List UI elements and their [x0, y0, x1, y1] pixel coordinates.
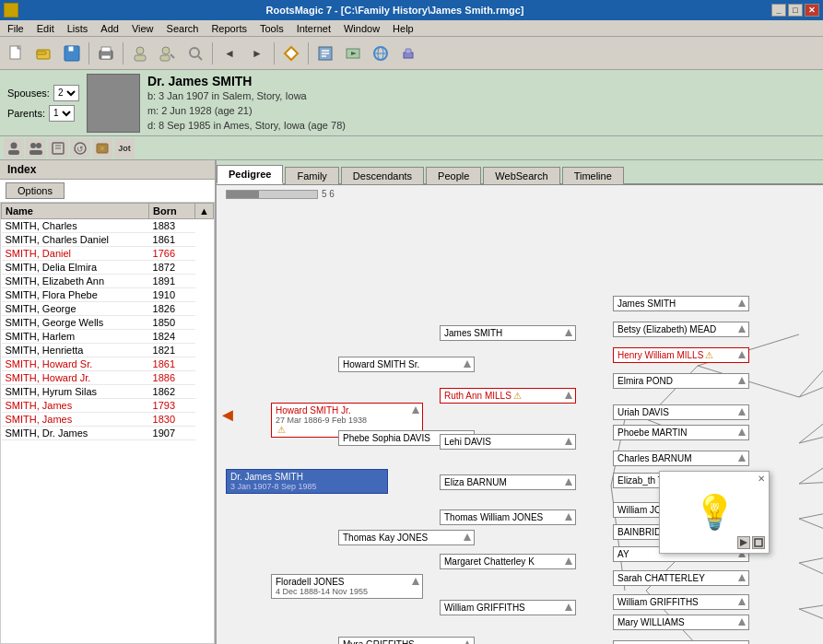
minimize-btn[interactable]: _ [771, 4, 786, 17]
index-table[interactable]: Name Born ▲ SMITH, Charles1883SMITH, Cha… [0, 202, 215, 644]
index-born-cell: 1872 [149, 261, 195, 275]
tab-people[interactable]: People [426, 167, 481, 184]
toolbar-reports[interactable] [312, 41, 338, 66]
menu-window[interactable]: Window [338, 22, 385, 35]
pedigree-person-box[interactable]: Howard SMITH Sr. [338, 357, 475, 372]
menu-tools[interactable]: Tools [254, 22, 289, 35]
toolbar-pedigree[interactable] [278, 41, 304, 66]
lightbulb-action-2[interactable] [752, 536, 765, 549]
svg-marker-71 [565, 392, 572, 399]
sub-btn-family[interactable] [26, 138, 46, 158]
svg-marker-74 [565, 513, 572, 521]
svg-marker-90 [738, 598, 746, 605]
menu-edit[interactable]: Edit [31, 22, 60, 35]
toolbar-search-person[interactable] [182, 41, 208, 66]
index-table-row[interactable]: SMITH, Harlem1824 [2, 330, 214, 344]
toolbar-add-person[interactable] [127, 41, 153, 66]
menu-view[interactable]: View [126, 22, 159, 35]
lightbulb-action-1[interactable] [737, 536, 750, 549]
options-button[interactable]: Options [6, 182, 65, 199]
title-controls[interactable]: _ □ ✕ [771, 4, 819, 17]
index-table-row[interactable]: SMITH, James1830 [2, 413, 214, 427]
pedigree-person-box[interactable]: Henry William MILLS⚠ [613, 347, 749, 363]
index-table-row[interactable]: SMITH, Flora Phebe1910 [2, 288, 214, 302]
menu-internet[interactable]: Internet [291, 22, 336, 35]
pedigree-person-icon [411, 577, 420, 588]
tab-family[interactable]: Family [285, 167, 338, 184]
tab-timeline[interactable]: Timeline [562, 167, 624, 184]
pedigree-person-box[interactable]: William GRIFFITHS [613, 594, 749, 610]
pedigree-person-icon [411, 405, 420, 416]
index-table-row[interactable]: SMITH, Henrietta1821 [2, 344, 214, 357]
parents-dropdown[interactable]: 1 [49, 105, 75, 122]
pedigree-person-box[interactable]: Elmira POND [613, 373, 749, 389]
col-scroll: ▲ [195, 204, 214, 219]
toolbar-tools[interactable] [395, 41, 421, 66]
pedigree-person-box[interactable]: James SMITH [613, 296, 749, 311]
index-table-row[interactable]: SMITH, Delia Elmira1872 [2, 261, 214, 275]
index-table-row[interactable]: SMITH, Dr. James1907 [2, 427, 214, 440]
pedigree-person-box[interactable]: Charles BARNUM [613, 451, 749, 466]
index-table-row[interactable]: SMITH, Hyrum Silas1862 [2, 385, 214, 399]
menu-reports[interactable]: Reports [206, 22, 253, 35]
sub-btn-notes[interactable]: ↺ [70, 138, 90, 158]
pedigree-person-box[interactable]: Phoebe MARTIN [613, 425, 749, 440]
tab-descendants[interactable]: Descendants [341, 167, 424, 184]
pedigree-person-box[interactable]: Myra GRIFFITHS [338, 637, 475, 644]
scroll-thumb[interactable] [227, 191, 259, 198]
lightbulb-close-btn[interactable]: ✕ [758, 474, 765, 484]
pedigree-person-box[interactable]: William GRIFFITHS [440, 600, 576, 615]
pedigree-person-box[interactable]: Sarah CHATTERLEY [613, 570, 749, 586]
tab-pedigree[interactable]: Pedigree [217, 165, 283, 184]
toolbar-forward[interactable]: ► [244, 41, 270, 66]
sub-btn-person[interactable] [4, 138, 24, 158]
toolbar-media[interactable] [340, 41, 366, 66]
index-table-row[interactable]: SMITH, George1826 [2, 302, 214, 316]
pedigree-person-box[interactable]: Uriah DAVIS [613, 404, 749, 420]
tab-websearch[interactable]: WebSearch [483, 167, 559, 184]
svg-marker-75 [565, 557, 572, 565]
toolbar-save[interactable] [59, 41, 85, 66]
col-name: Name [2, 204, 149, 219]
toolbar-edit-person[interactable] [155, 41, 181, 66]
scroll-track[interactable] [226, 190, 318, 199]
toolbar-back[interactable]: ◄ [217, 41, 242, 66]
pedigree-person-box[interactable]: Margaret Chatterley K [440, 554, 576, 569]
sub-btn-jot[interactable]: Jot [114, 138, 135, 158]
menu-add[interactable]: Add [95, 22, 124, 35]
index-table-row[interactable]: SMITH, George Wells1850 [2, 316, 214, 330]
index-table-row[interactable]: SMITH, Howard Sr.1861 [2, 357, 214, 371]
menu-search[interactable]: Search [161, 22, 205, 35]
pedigree-person-box[interactable]: James EVANS [613, 640, 749, 644]
nav-arrow-left[interactable]: ◄ [218, 404, 237, 426]
pedigree-person-box[interactable]: Dr. James SMITH3 Jan 1907-8 Sep 1985 [226, 469, 388, 494]
index-table-row[interactable]: SMITH, Charles Daniel1861 [2, 233, 214, 247]
index-table-row[interactable]: SMITH, Howard Jr.1886 [2, 371, 214, 385]
index-table-row[interactable]: SMITH, Daniel1766 [2, 247, 214, 261]
sub-btn-facts[interactable] [48, 138, 68, 158]
sub-btn-media[interactable] [92, 138, 112, 158]
pedigree-person-box[interactable]: Thomas Kay JONES [338, 530, 475, 545]
toolbar-open[interactable] [31, 41, 57, 66]
index-table-row[interactable]: SMITH, Charles1883 [2, 219, 214, 233]
spouses-dropdown[interactable]: 2 [53, 85, 79, 101]
pedigree-person-box[interactable]: Mary WILLIAMS [613, 615, 749, 630]
menu-help[interactable]: Help [387, 22, 419, 35]
menu-lists[interactable]: Lists [62, 22, 94, 35]
index-table-row[interactable]: SMITH, Elizabeth Ann1891 [2, 275, 214, 288]
maximize-btn[interactable]: □ [788, 4, 803, 17]
menu-file[interactable]: File [2, 22, 29, 35]
pedigree-person-box[interactable]: Betsy (Elizabeth) MEAD [613, 322, 749, 337]
pedigree-person-box[interactable]: Eliza BARNUM [440, 474, 576, 490]
toolbar-new[interactable] [4, 41, 29, 66]
index-table-row[interactable]: SMITH, James1793 [2, 399, 214, 413]
pedigree-person-box[interactable]: Ruth Ann MILLS⚠ [440, 388, 576, 404]
toolbar-internet[interactable] [368, 41, 394, 66]
pedigree-person-box[interactable]: Lehi DAVIS [440, 434, 576, 450]
sidebar: Index Options Name Born ▲ SMITH, Charles… [0, 160, 217, 644]
pedigree-person-box[interactable]: Floradell JONES4 Dec 1888-14 Nov 1955 [271, 574, 423, 599]
pedigree-person-box[interactable]: Thomas William JONES [440, 509, 576, 525]
close-btn[interactable]: ✕ [805, 4, 819, 17]
pedigree-person-box[interactable]: James SMITH [440, 325, 576, 341]
toolbar-print[interactable] [93, 41, 119, 66]
